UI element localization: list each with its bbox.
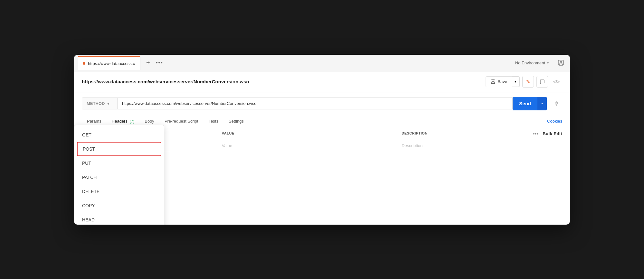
method-label: METHOD bbox=[87, 101, 105, 106]
method-delete-label: DELETE bbox=[82, 189, 99, 194]
method-get-label: GET bbox=[82, 132, 91, 137]
request-title: https://www.dataaccess.com/webservicesse… bbox=[82, 79, 249, 84]
row-description-cell: Description bbox=[402, 143, 530, 148]
environment-label: No Environment bbox=[515, 60, 545, 65]
main-content: GET POST PUT PATCH DELETE COPY HEAD bbox=[74, 128, 570, 225]
comment-button[interactable] bbox=[536, 76, 548, 88]
description-placeholder: Description bbox=[402, 143, 422, 148]
table-more-icon[interactable]: ••• bbox=[533, 131, 539, 136]
tab-params-label: Params bbox=[87, 119, 101, 124]
bulk-edit-button[interactable]: Bulk Edit bbox=[543, 131, 562, 136]
col-description-header: DESCRIPTION bbox=[402, 131, 530, 136]
postman-profile-button[interactable] bbox=[556, 58, 566, 68]
method-copy-label: COPY bbox=[82, 203, 95, 208]
edit-button[interactable]: ✎ bbox=[522, 76, 534, 88]
active-tab[interactable]: https://www.dataaccess.c bbox=[78, 56, 140, 70]
tab-overflow-button[interactable]: ••• bbox=[156, 60, 163, 66]
send-label: Send bbox=[519, 101, 531, 106]
code-snippet-button[interactable]: </> bbox=[551, 76, 562, 88]
request-bar: METHOD ▾ Send ▾ bbox=[74, 92, 570, 115]
svg-point-1 bbox=[560, 61, 562, 63]
method-put-label: PUT bbox=[82, 161, 91, 166]
tab-tests[interactable]: Tests bbox=[204, 115, 223, 128]
method-option-delete[interactable]: DELETE bbox=[74, 184, 164, 199]
tab-settings-label: Settings bbox=[229, 119, 244, 124]
url-input[interactable] bbox=[117, 98, 513, 109]
send-button[interactable]: Send bbox=[513, 97, 537, 110]
save-dropdown-button[interactable]: ▾ bbox=[512, 77, 519, 87]
breadcrumb-bar: https://www.dataaccess.com/webservicesse… bbox=[74, 71, 570, 92]
tab-bar-right: No Environment ▾ bbox=[512, 58, 566, 68]
tab-modified-indicator bbox=[83, 62, 85, 65]
method-option-patch[interactable]: PATCH bbox=[74, 170, 164, 184]
method-option-copy[interactable]: COPY bbox=[74, 199, 164, 213]
value-placeholder: Value bbox=[222, 143, 232, 148]
environment-chevron-icon: ▾ bbox=[547, 61, 549, 65]
app-window: https://www.dataaccess.c + ••• No Enviro… bbox=[74, 55, 570, 225]
svg-rect-3 bbox=[492, 80, 494, 81]
headers-badge: (7) bbox=[130, 119, 135, 124]
send-chevron-icon: ▾ bbox=[541, 102, 543, 105]
tab-headers-label: Headers bbox=[112, 119, 128, 124]
method-chevron-icon: ▾ bbox=[107, 101, 109, 106]
save-label: Save bbox=[497, 79, 507, 84]
tab-bar: https://www.dataaccess.c + ••• No Enviro… bbox=[74, 55, 570, 71]
environment-selector[interactable]: No Environment ▾ bbox=[512, 59, 552, 67]
tab-tests-label: Tests bbox=[209, 119, 218, 124]
method-post-label: POST bbox=[83, 146, 95, 152]
method-option-put[interactable]: PUT bbox=[74, 156, 164, 170]
send-dropdown-button[interactable]: ▾ bbox=[537, 97, 547, 110]
description-header-label: DESCRIPTION bbox=[402, 131, 428, 135]
tab-settings[interactable]: Settings bbox=[223, 115, 249, 128]
code-icon: </> bbox=[553, 79, 560, 84]
cookies-link[interactable]: Cookies bbox=[547, 115, 562, 127]
method-patch-label: PATCH bbox=[82, 175, 97, 180]
row-value-cell: Value bbox=[222, 143, 402, 148]
method-head-label: HEAD bbox=[82, 217, 95, 222]
tab-pre-request-label: Pre-request Script bbox=[165, 119, 198, 124]
save-button[interactable]: Save bbox=[486, 77, 512, 87]
tab-body-label: Body bbox=[145, 119, 154, 124]
new-tab-button[interactable]: + bbox=[143, 58, 153, 68]
lightbulb-button[interactable] bbox=[551, 98, 562, 109]
save-chevron-icon: ▾ bbox=[515, 80, 516, 83]
value-header-label: VALUE bbox=[222, 131, 234, 135]
tab-pre-request-script[interactable]: Pre-request Script bbox=[159, 115, 204, 128]
method-selector[interactable]: METHOD ▾ bbox=[82, 98, 117, 109]
breadcrumb-actions: Save ▾ ✎ </> bbox=[486, 76, 562, 88]
tab-label: https://www.dataaccess.c bbox=[88, 61, 135, 66]
col-value-header: VALUE bbox=[222, 131, 402, 136]
col-actions-header: ••• Bulk Edit bbox=[530, 131, 562, 136]
method-option-get[interactable]: GET bbox=[74, 128, 164, 142]
method-dropdown: GET POST PUT PATCH DELETE COPY HEAD bbox=[74, 125, 164, 225]
edit-icon: ✎ bbox=[526, 79, 530, 85]
method-option-post[interactable]: POST bbox=[77, 142, 161, 156]
svg-rect-4 bbox=[492, 82, 494, 84]
method-option-head[interactable]: HEAD bbox=[74, 213, 164, 225]
